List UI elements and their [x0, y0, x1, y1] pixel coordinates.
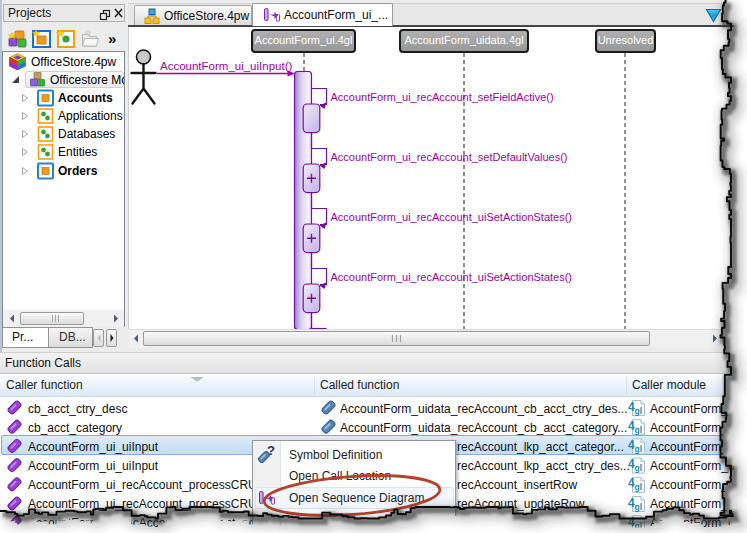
svg-text:AccountForm_ui_recAccount_setD: AccountForm_ui_recAccount_setDefaultValu…: [331, 151, 568, 163]
svg-text:AccountForm_ui_recAccount_uiSe: AccountForm_ui_recAccount_uiSetActionSta…: [331, 271, 573, 283]
svg-text:»: »: [108, 30, 116, 47]
svg-text:?: ?: [267, 443, 275, 458]
svg-text:AccountForm_ui_recAccount_uiSe: AccountForm_ui_recAccount_uiSetActionSta…: [331, 211, 573, 223]
svg-text:AccountForm_ui_uiInput(): AccountForm_ui_uiInput(): [160, 60, 292, 72]
svg-text:AccountForm_ui_recAccount_setF: AccountForm_ui_recAccount_setFieldActive…: [331, 91, 554, 103]
